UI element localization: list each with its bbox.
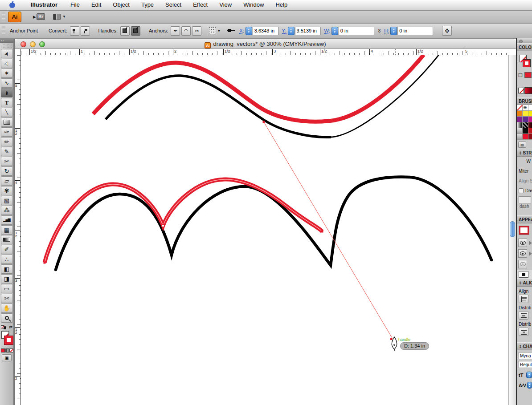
remove-anchor-button[interactable]: ✒ bbox=[171, 26, 180, 36]
apple-menu-icon[interactable] bbox=[9, 2, 15, 8]
collapse-chevrons-icon[interactable]: ›› bbox=[0, 39, 13, 43]
swatch-gradient[interactable] bbox=[517, 122, 523, 128]
bridge-button[interactable]: ▶ Br bbox=[33, 13, 45, 20]
swatch[interactable] bbox=[523, 111, 528, 117]
paintbrush-tool[interactable]: ✑ bbox=[1, 127, 13, 137]
horizontal-ruler[interactable]: 1/2 1 1/2 2 1/2 3 1/2 4 1/2 5 bbox=[21, 49, 508, 55]
x-input[interactable] bbox=[253, 27, 278, 35]
show-handles-button[interactable] bbox=[120, 26, 130, 36]
gradient-button[interactable] bbox=[5, 348, 9, 352]
swatch-none[interactable] bbox=[517, 105, 523, 111]
swatch[interactable] bbox=[528, 128, 532, 134]
swatch[interactable] bbox=[528, 111, 532, 117]
blend-tool[interactable]: ∴ bbox=[1, 255, 13, 264]
direction-handle-end[interactable] bbox=[390, 338, 392, 340]
kerning-stepper[interactable]: ▲▼ bbox=[527, 382, 532, 389]
swatch[interactable] bbox=[523, 128, 528, 134]
dash-input[interactable] bbox=[519, 196, 531, 203]
color-spectrum-ramp[interactable] bbox=[524, 87, 532, 94]
font-family-input[interactable] bbox=[519, 352, 532, 359]
menu-illustrator[interactable]: Illustrator bbox=[25, 0, 65, 10]
tab-stroke[interactable]: ⇕STRO bbox=[517, 149, 532, 157]
expand-arrow-icon[interactable] bbox=[529, 251, 532, 256]
swatch-libraries-button[interactable]: ▤ bbox=[518, 142, 526, 148]
collapse-icon[interactable]: ⇕ bbox=[519, 151, 522, 155]
menu-type[interactable]: Type bbox=[135, 0, 160, 10]
swatch-group-folder[interactable] bbox=[517, 134, 523, 140]
anchor-point[interactable] bbox=[44, 262, 46, 264]
reference-point-selector[interactable] bbox=[209, 27, 216, 34]
menu-view[interactable]: View bbox=[213, 0, 237, 10]
magic-wand-tool[interactable]: ✶ bbox=[1, 69, 13, 78]
color-button[interactable] bbox=[1, 348, 5, 352]
slice-tool[interactable]: ✄ bbox=[1, 294, 13, 303]
collapse-icon[interactable]: ⇕ bbox=[519, 344, 522, 349]
cut-path-button[interactable]: ✂ bbox=[192, 26, 201, 36]
bottom-black-curve[interactable] bbox=[56, 177, 491, 270]
visibility-toggle[interactable] bbox=[518, 260, 527, 268]
swatch[interactable] bbox=[528, 117, 532, 122]
rectangle-tool[interactable] bbox=[1, 117, 13, 127]
link-dimensions-icon[interactable]: ∞ bbox=[376, 29, 383, 33]
distribute-spacing-button[interactable] bbox=[519, 328, 528, 336]
swatch-group-folder[interactable] bbox=[517, 128, 523, 134]
align-left-button[interactable] bbox=[519, 295, 528, 303]
rotate-tool[interactable]: ↻ bbox=[1, 166, 13, 176]
free-transform-tool[interactable]: ▧ bbox=[1, 196, 13, 205]
drawing-mode-button[interactable]: ▣ bbox=[2, 354, 12, 361]
dock-titlebar[interactable] bbox=[517, 38, 532, 43]
connect-anchor-button[interactable]: ◠ bbox=[181, 26, 191, 36]
dashed-line-checkbox[interactable] bbox=[519, 188, 524, 193]
gradient-tool[interactable] bbox=[1, 235, 13, 244]
swatch[interactable] bbox=[523, 117, 528, 122]
new-stroke-button[interactable] bbox=[519, 271, 528, 278]
expand-arrow-icon[interactable] bbox=[529, 241, 532, 245]
w-input[interactable] bbox=[339, 27, 374, 35]
live-paint-bucket-tool[interactable]: ◧ bbox=[1, 264, 13, 274]
none-button[interactable] bbox=[9, 348, 13, 352]
tab-character[interactable]: ⇕CHAR bbox=[517, 342, 532, 350]
visibility-toggle[interactable] bbox=[518, 249, 527, 258]
swatch[interactable] bbox=[523, 134, 528, 140]
hand-tool[interactable]: ✋ bbox=[1, 304, 13, 313]
current-stroke-swatch[interactable] bbox=[519, 226, 529, 235]
swatch[interactable] bbox=[517, 111, 523, 117]
swap-fill-stroke-icon[interactable]: ⇄ bbox=[9, 325, 12, 329]
font-size-stepper[interactable]: ▲▼ bbox=[526, 372, 532, 378]
scrollbar-thumb[interactable] bbox=[510, 221, 515, 237]
menu-window[interactable]: Window bbox=[237, 0, 270, 10]
artboard-tool[interactable]: ▭ bbox=[1, 284, 13, 293]
swatch[interactable] bbox=[517, 117, 523, 122]
ruler-corner[interactable] bbox=[15, 49, 21, 55]
smooth-tool[interactable]: ✎ bbox=[1, 147, 13, 156]
direct-selection-tool[interactable]: ➤ bbox=[1, 59, 13, 68]
workspace-switcher-button[interactable]: ▼ bbox=[53, 14, 66, 20]
tab-brushes[interactable]: BRUSH bbox=[517, 97, 532, 105]
mesh-tool[interactable]: ▦ bbox=[1, 225, 13, 235]
visibility-toggle[interactable] bbox=[518, 239, 527, 247]
zoom-tool[interactable] bbox=[1, 313, 13, 323]
panel-grip[interactable] bbox=[1, 44, 12, 48]
vertical-ruler[interactable]: 5 12 4 12 3 12 2 bbox=[15, 55, 21, 405]
h-input[interactable] bbox=[397, 27, 433, 35]
live-paint-selection-tool[interactable]: ◨ bbox=[1, 274, 13, 284]
collapse-icon[interactable]: ⇕ bbox=[519, 281, 522, 285]
convert-to-corner-button[interactable] bbox=[70, 26, 79, 36]
hide-handles-button[interactable] bbox=[131, 26, 140, 36]
bottom-red-curve[interactable] bbox=[45, 179, 322, 263]
transform-button[interactable]: ✥ bbox=[442, 26, 452, 36]
scale-tool[interactable]: ▱ bbox=[1, 176, 13, 186]
swatch[interactable] bbox=[528, 105, 532, 111]
none-color-box[interactable] bbox=[518, 88, 524, 93]
pen-tool[interactable]: ✒ bbox=[1, 88, 13, 97]
menu-select[interactable]: Select bbox=[160, 0, 187, 10]
convert-to-smooth-button[interactable] bbox=[81, 26, 90, 36]
font-style-input[interactable] bbox=[519, 361, 532, 368]
swatch-registration[interactable] bbox=[523, 105, 528, 111]
menu-help[interactable]: Help bbox=[270, 0, 293, 10]
y-stepper[interactable]: ▲▼ bbox=[288, 27, 295, 35]
w-stepper[interactable]: ▲▼ bbox=[331, 27, 338, 35]
eyedropper-tool[interactable]: ✐ bbox=[1, 245, 13, 254]
current-color-swatch[interactable] bbox=[524, 72, 532, 78]
tab-appearance[interactable]: APPEA bbox=[517, 215, 532, 223]
